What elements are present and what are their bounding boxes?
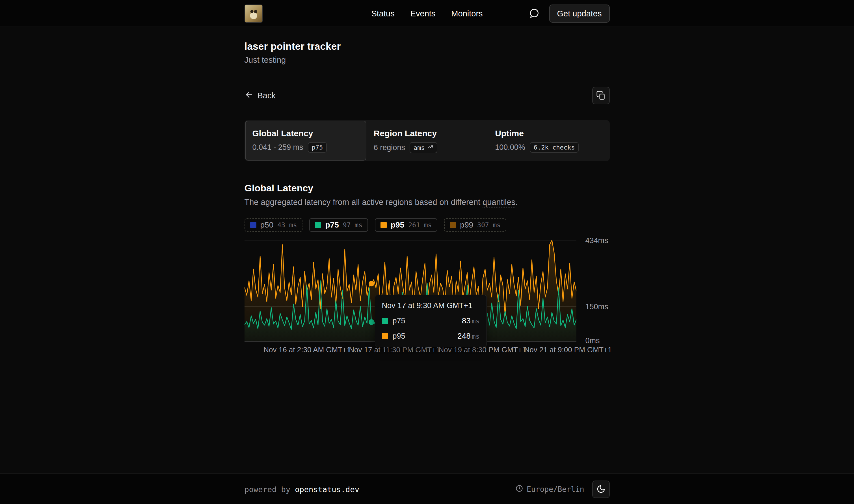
x-tick-4: Nov 21 at 9:00 PM GMT+1 bbox=[524, 345, 612, 354]
footer: powered by openstatus.dev Europe/Berlin bbox=[0, 473, 854, 504]
latency-chart[interactable]: Nov 17 at 9:30 AM GMT+1 p75 83ms p95 248… bbox=[244, 238, 610, 357]
tab-title: Uptime bbox=[495, 129, 602, 138]
tab-title: Region Latency bbox=[374, 129, 480, 138]
back-link[interactable]: Back bbox=[244, 90, 276, 101]
legend-toggle-p99[interactable]: p99 307 ms bbox=[444, 218, 506, 232]
timezone-indicator: Europe/Berlin bbox=[515, 485, 584, 494]
nav-link-events[interactable]: Events bbox=[411, 9, 436, 18]
section-description: The aggregated latency from all active r… bbox=[244, 198, 610, 207]
section-heading: Global Latency bbox=[244, 183, 610, 194]
moon-icon bbox=[597, 485, 605, 494]
tooltip-row-p95: p95 248ms bbox=[382, 331, 480, 341]
quantiles-term[interactable]: quantiles bbox=[483, 198, 515, 208]
copy-link-button[interactable] bbox=[592, 87, 610, 104]
y-axis: 434ms 150ms 0ms bbox=[585, 238, 617, 341]
legend-toggle-p50[interactable]: p50 43 ms bbox=[244, 218, 303, 232]
arrow-left-icon bbox=[244, 90, 254, 101]
theme-toggle-button[interactable] bbox=[592, 481, 610, 498]
nav-links: Status Events Monitors bbox=[371, 9, 483, 18]
page-title: laser pointer tracker bbox=[244, 41, 610, 52]
clock-icon bbox=[515, 485, 523, 494]
openstatus-link[interactable]: openstatus.dev bbox=[295, 485, 359, 494]
chat-bubble-icon bbox=[529, 8, 540, 19]
p95-swatch bbox=[381, 222, 387, 228]
p50-swatch bbox=[250, 222, 256, 228]
tab-value: 0.041 - 259 ms bbox=[252, 143, 303, 152]
chart-tooltip: Nov 17 at 9:30 AM GMT+1 p75 83ms p95 248… bbox=[375, 295, 487, 347]
y-tick-150: 150ms bbox=[585, 303, 608, 311]
checks-badge: 6.2k checks bbox=[530, 142, 579, 152]
trending-up-icon bbox=[427, 144, 433, 151]
powered-by: powered by openstatus.dev bbox=[244, 485, 359, 494]
page-subtitle: Just testing bbox=[244, 55, 610, 65]
quantile-legend: p50 43 ms p75 97 ms p95 261 ms p99 307 m… bbox=[244, 218, 610, 232]
p99-swatch bbox=[450, 222, 456, 228]
tab-global-latency[interactable]: Global Latency 0.041 - 259 ms p75 bbox=[245, 121, 366, 161]
nav-link-monitors[interactable]: Monitors bbox=[451, 9, 483, 18]
p75-swatch bbox=[315, 222, 321, 228]
legend-toggle-p95[interactable]: p95 261 ms bbox=[375, 218, 437, 232]
y-tick-434: 434ms bbox=[585, 236, 608, 245]
x-tick-1: Nov 16 at 2:30 AM GMT+1 bbox=[264, 345, 351, 354]
y-tick-0: 0ms bbox=[585, 336, 600, 345]
region-badge: ams bbox=[410, 142, 437, 153]
quantile-badge: p75 bbox=[308, 142, 327, 152]
get-updates-button[interactable]: Get updates bbox=[549, 4, 610, 23]
feedback-chat-button[interactable] bbox=[529, 8, 540, 19]
tab-region-latency[interactable]: Region Latency 6 regions ams bbox=[366, 121, 488, 161]
metric-tabs: Global Latency 0.041 - 259 ms p75 Region… bbox=[244, 120, 610, 161]
x-axis: Nov 16 at 2:30 AM GMT+1 Nov 17 at 11:30 … bbox=[244, 345, 576, 357]
tab-title: Global Latency bbox=[252, 129, 359, 138]
tooltip-timestamp: Nov 17 at 9:30 AM GMT+1 bbox=[382, 301, 480, 310]
p75-swatch bbox=[382, 318, 388, 324]
tab-value: 6 regions bbox=[374, 143, 405, 152]
tab-value: 100.00% bbox=[495, 143, 525, 152]
copy-icon bbox=[596, 90, 606, 101]
nav-link-status[interactable]: Status bbox=[371, 9, 394, 18]
status-page-logo[interactable] bbox=[244, 4, 262, 23]
back-label: Back bbox=[257, 91, 276, 100]
p95-swatch bbox=[382, 333, 388, 339]
tab-uptime[interactable]: Uptime 100.00% 6.2k checks bbox=[488, 121, 609, 161]
tooltip-row-p75: p75 83ms bbox=[382, 316, 480, 325]
top-nav: Status Events Monitors Get updates bbox=[0, 0, 854, 27]
legend-toggle-p75[interactable]: p75 97 ms bbox=[309, 218, 368, 232]
